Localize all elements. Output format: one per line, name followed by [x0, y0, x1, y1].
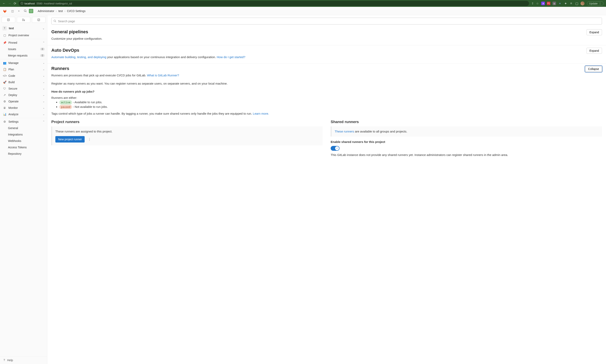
- project-selector[interactable]: T test ⌄: [0, 25, 47, 32]
- nav-label: Repository: [8, 152, 21, 155]
- search-page-box[interactable]: [51, 18, 602, 25]
- automate-link[interactable]: Automate building, testing, and deployin…: [51, 55, 106, 59]
- reload-icon[interactable]: ⟳: [14, 2, 16, 5]
- code-icon: </>: [3, 74, 6, 77]
- sidebar-shortcuts: [0, 15, 47, 25]
- panel-toggle-icon[interactable]: ◫: [10, 8, 15, 14]
- bookmark-icon[interactable]: ☆: [536, 2, 539, 5]
- section-runners: Runners Collapse Runners are processes t…: [47, 64, 606, 161]
- nav-plan[interactable]: 📋Plan⌄: [0, 66, 47, 73]
- manage-icon: 👥: [3, 61, 6, 65]
- nav-settings-integrations[interactable]: Integrations: [0, 131, 47, 138]
- sidebar-help[interactable]: ？ Help: [0, 356, 47, 364]
- nav-pinned[interactable]: 📌 Pinned ⌃: [0, 39, 47, 46]
- nav-code[interactable]: </>Code⌄: [0, 73, 47, 79]
- nav-settings-repository[interactable]: Repository: [0, 151, 47, 157]
- collapse-runners-button[interactable]: Collapse: [585, 66, 602, 72]
- nav-label: General: [8, 127, 18, 130]
- user-avatar[interactable]: [29, 9, 33, 13]
- project-runners-title: Project runners: [51, 120, 323, 124]
- ext-icon-3[interactable]: ◎: [553, 2, 556, 5]
- secure-icon: 🛡: [3, 87, 6, 90]
- nav-pinned-issues[interactable]: Issues 0: [0, 46, 47, 52]
- ext-icon-2[interactable]: P1: [547, 2, 551, 5]
- nav-label: Manage: [8, 61, 19, 65]
- section-auto-devops: Auto DevOps Expand Automate building, te…: [47, 45, 606, 64]
- svg-line-1: [26, 12, 26, 12]
- forward-icon[interactable]: →: [8, 2, 11, 5]
- nav-monitor[interactable]: 🖥Monitor⌄: [0, 105, 47, 111]
- runner-states-list: active - Available to run jobs. paused -…: [51, 100, 602, 109]
- runners-desc1: Runners are processes that pick up and e…: [51, 73, 602, 78]
- new-project-runner-button[interactable]: New project runner: [55, 136, 85, 143]
- nav-operate[interactable]: ⚙Operate⌄: [0, 98, 47, 105]
- nav-pinned-mrs[interactable]: Merge requests 0: [0, 52, 47, 59]
- chevron-up-icon: ⌃: [43, 120, 45, 123]
- search-icon: [53, 20, 56, 23]
- url-bar[interactable]: ⓘ localhost:5580/root/test/-/settings/ci…: [19, 1, 529, 6]
- shortcut-issues[interactable]: [2, 17, 15, 23]
- nav-label: Code: [8, 74, 15, 77]
- sidebar: T test ⌄ ▢ Project overview 📌 Pinned ⌃ I…: [0, 15, 47, 364]
- nav-project-overview[interactable]: ▢ Project overview: [0, 32, 47, 39]
- issues-count-badge: 0: [40, 48, 45, 51]
- main-content: General pipelines Expand Customize your …: [47, 15, 606, 364]
- search-page-input[interactable]: [58, 19, 600, 23]
- enable-shared-runners-toggle[interactable]: ✓: [331, 146, 340, 151]
- nav-label: Integrations: [8, 133, 23, 136]
- nav-analyze[interactable]: 📊Analyze⌄: [0, 111, 47, 117]
- shortcut-merge-requests[interactable]: [17, 17, 30, 23]
- nav-label: Build: [8, 81, 15, 84]
- nav-settings-webhooks[interactable]: Webhooks: [0, 138, 47, 144]
- learn-more-link[interactable]: Learn more.: [253, 112, 269, 115]
- shortcut-todos[interactable]: [32, 17, 46, 23]
- nav-secure[interactable]: 🛡Secure⌄: [0, 85, 47, 92]
- extension-icons: ◔ P1 ◎ ❄ ✦ ≡ ▢: [541, 1, 585, 5]
- nav-label: Access Tokens: [8, 146, 27, 149]
- nav-label: Webhooks: [8, 139, 21, 143]
- nav-manage[interactable]: 👥Manage⌄: [0, 60, 47, 66]
- shared-runners-help: This GitLab instance does not provide an…: [331, 153, 602, 157]
- svg-point-3: [8, 19, 9, 20]
- section-general-pipelines: General pipelines Expand Customize your …: [47, 27, 606, 45]
- container: T test ⌄ ▢ Project overview 📌 Pinned ⌃ I…: [0, 15, 606, 364]
- nav-settings[interactable]: ⚙Settings⌃: [0, 118, 47, 125]
- nav-build[interactable]: 🚀Build⌄: [0, 79, 47, 85]
- these-runners-link[interactable]: These runners: [335, 130, 354, 133]
- share-icon[interactable]: ⇧: [531, 2, 534, 5]
- profile-avatar[interactable]: [580, 1, 585, 5]
- chevron-down-icon: ⌄: [43, 74, 45, 77]
- nav-list: ▢ Project overview 📌 Pinned ⌃ Issues 0 M…: [0, 32, 47, 157]
- chevron-down-icon: ⌄: [43, 106, 45, 109]
- extensions-icon[interactable]: ✦: [564, 2, 567, 5]
- nav-settings-general[interactable]: General: [0, 125, 47, 131]
- plus-icon[interactable]: ＋: [16, 8, 22, 14]
- breadcrumb-test[interactable]: test: [58, 9, 63, 13]
- what-is-runner-link[interactable]: What is GitLab Runner?: [147, 74, 179, 77]
- breadcrumbs: Administrator › test › CI/CD Settings: [35, 9, 86, 13]
- desc-text: your applications based on your continuo…: [106, 55, 217, 59]
- update-button[interactable]: Update ⋮: [587, 1, 604, 6]
- paused-text: - Not available to run jobs.: [72, 105, 108, 108]
- nav-label: Pinned: [8, 41, 17, 44]
- expand-general-button[interactable]: Expand: [587, 29, 602, 35]
- expand-devops-button[interactable]: Expand: [587, 48, 602, 54]
- search-icon[interactable]: [23, 8, 28, 14]
- nav-label: Issues: [8, 48, 16, 51]
- nav-deploy[interactable]: ↗Deploy⌄: [0, 92, 47, 98]
- nav-settings-access-tokens[interactable]: Access Tokens: [0, 144, 47, 151]
- runners-columns: Project runners These runners are assign…: [51, 120, 602, 157]
- ext-icon-4[interactable]: ❄: [558, 2, 562, 5]
- shared-runners-desc: These runners are available to all group…: [335, 129, 599, 134]
- breadcrumb-admin[interactable]: Administrator: [38, 9, 54, 13]
- panel-icon[interactable]: ▢: [575, 2, 579, 5]
- chevron-up-icon: ⌃: [43, 41, 45, 44]
- project-runners-well: These runners are assigned to this proje…: [51, 127, 323, 145]
- gitlab-logo[interactable]: [0, 9, 10, 13]
- how-started-link[interactable]: How do I get started?: [217, 55, 245, 59]
- project-runner-menu-icon[interactable]: ⋮: [87, 138, 92, 141]
- ext-icon-1[interactable]: ◔: [541, 2, 545, 5]
- back-icon[interactable]: ←: [2, 2, 6, 5]
- playlist-icon[interactable]: ≡: [569, 2, 573, 5]
- chevron-down-icon: ⌄: [43, 87, 45, 90]
